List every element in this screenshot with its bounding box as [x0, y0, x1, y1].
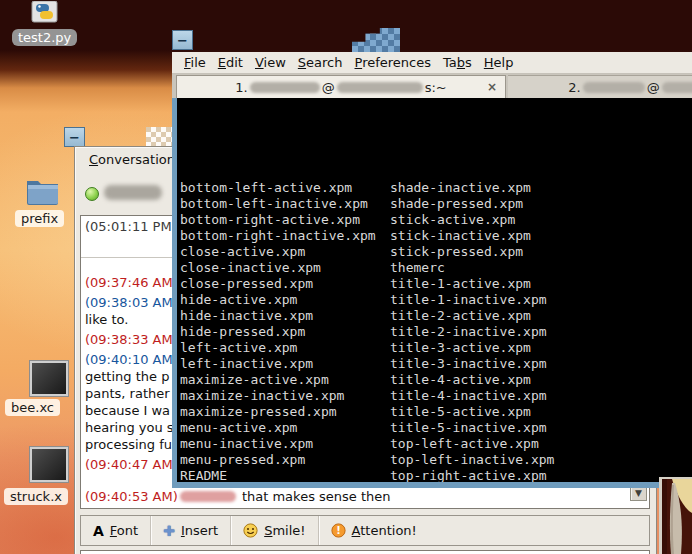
file-name: bottom-right-inactive.xpm: [180, 228, 390, 244]
censored-window-title: [352, 28, 400, 53]
file-name: title-1-inactive.xpm: [390, 292, 547, 307]
window-menu-button[interactable]: −: [172, 30, 193, 50]
file-name: left-active.xpm: [180, 340, 390, 356]
desktop: test2.py prefix bee.xc struck.x − Conver…: [0, 0, 692, 554]
smile-button-label: Smile!: [264, 523, 305, 538]
image-window[interactable]: [659, 477, 692, 554]
file-name: title-2-inactive.xpm: [390, 324, 547, 339]
file-name: left-inactive.xpm: [180, 356, 390, 372]
insert-button-label: Insert: [181, 523, 218, 538]
tab-close-icon[interactable]: ×: [484, 79, 500, 95]
file-name: title-2-active.xpm: [390, 308, 531, 323]
censored-host: [662, 82, 692, 93]
file-name: title-5-inactive.xpm: [390, 420, 547, 435]
file-name: top-right-active.xpm: [390, 468, 547, 482]
comic-image: [662, 479, 692, 554]
tab-label: s:~: [425, 80, 447, 95]
censored-user: [250, 82, 320, 93]
file-name: shade-inactive.xpm: [390, 180, 531, 195]
image-thumbnail-icon[interactable]: [30, 361, 68, 396]
menu-item[interactable]: Conversation: [82, 150, 182, 169]
file-name: title-1-active.xpm: [390, 276, 531, 291]
file-name: title-4-inactive.xpm: [390, 388, 547, 403]
terminal-screen[interactable]: bottom-left-active.xpmshade-inactive.xpm…: [177, 98, 692, 482]
file-name: stick-pressed.xpm: [390, 244, 523, 259]
chat-message-text: that makes sense then: [242, 489, 391, 504]
file-name: README: [180, 468, 390, 482]
font-icon: A: [93, 523, 104, 539]
menu-item[interactable]: Edit: [212, 53, 249, 72]
chat-timestamp: (09:40:53 AM): [85, 489, 178, 504]
menu-item[interactable]: Preferences: [349, 53, 437, 72]
font-button-label: Font: [110, 523, 138, 538]
file-name: bottom-left-active.xpm: [180, 180, 390, 196]
file-name: shade-pressed.xpm: [390, 196, 523, 211]
file-name: stick-inactive.xpm: [390, 228, 531, 243]
tab-label: 2.: [568, 80, 580, 95]
menu-item[interactable]: Tabs: [437, 53, 478, 72]
menu-item[interactable]: Help: [478, 53, 520, 72]
chat-line: (09:40:53 AM) that makes sense then: [85, 488, 649, 505]
attention-button[interactable]: ! Attention!: [319, 516, 429, 545]
compose-toolbar: A Font ✚ Insert Smile! ! Att: [80, 515, 650, 546]
file-name: maximize-inactive.xpm: [180, 388, 390, 404]
insert-button[interactable]: ✚ Insert: [151, 516, 231, 545]
file-name: hide-pressed.xpm: [180, 324, 390, 340]
censored-sender-name: [180, 491, 236, 502]
file-name: menu-inactive.xpm: [180, 436, 390, 452]
file-name: maximize-pressed.xpm: [180, 404, 390, 420]
svg-text:!: !: [336, 525, 341, 536]
file-name: close-active.xpm: [180, 244, 390, 260]
smile-button[interactable]: Smile!: [231, 516, 318, 545]
menu-item[interactable]: View: [249, 53, 292, 72]
message-input[interactable]: [80, 550, 650, 554]
buddy-status-icon: [85, 187, 99, 201]
image-thumbnail-icon[interactable]: [30, 447, 68, 482]
censored-host: [337, 82, 423, 93]
file-name: maximize-active.xpm: [180, 372, 390, 388]
desktop-icon-label-struck[interactable]: struck.x: [4, 488, 68, 505]
file-name: close-pressed.xpm: [180, 276, 390, 292]
file-name: top-left-inactive.xpm: [390, 452, 554, 467]
folder-icon[interactable]: [25, 175, 60, 206]
tab-label: @: [647, 80, 660, 95]
file-name: menu-active.xpm: [180, 420, 390, 436]
terminal-window: FileEditViewSearchPreferencesTabsHelp 1.…: [172, 52, 692, 488]
menu-item[interactable]: Search: [292, 53, 349, 72]
desktop-icon-label-bee[interactable]: bee.xc: [5, 399, 60, 416]
file-name: top-left-active.xpm: [390, 436, 539, 451]
file-name: stick-active.xpm: [390, 212, 515, 227]
terminal-tab-2[interactable]: 2. @: [508, 75, 692, 98]
file-name: hide-active.xpm: [180, 292, 390, 308]
file-name: bottom-left-inactive.xpm: [180, 196, 390, 212]
tab-label: 1.: [235, 80, 247, 95]
window-menu-button[interactable]: −: [64, 127, 85, 147]
font-button[interactable]: A Font: [81, 516, 151, 545]
file-name: hide-inactive.xpm: [180, 308, 390, 324]
censored-buddy-name[interactable]: [104, 185, 162, 200]
insert-icon: ✚: [163, 523, 175, 539]
terminal-menubar: FileEditViewSearchPreferencesTabsHelp: [172, 52, 692, 74]
file-listing: bottom-left-active.xpmshade-inactive.xpm…: [180, 132, 692, 482]
attention-icon: !: [331, 523, 346, 538]
file-name: themerc: [390, 260, 445, 275]
censored-user: [583, 82, 645, 93]
desktop-icon-label-test2[interactable]: test2.py: [12, 29, 77, 46]
desktop-icon-label-prefix[interactable]: prefix: [15, 210, 64, 227]
attention-button-label: Attention!: [352, 523, 417, 538]
terminal-tab-1[interactable]: 1. @ s:~ ×: [176, 75, 506, 98]
window-border[interactable]: [172, 482, 692, 488]
python-file-icon[interactable]: [31, 1, 58, 23]
file-name: title-4-active.xpm: [390, 372, 531, 387]
file-name: close-inactive.xpm: [180, 260, 390, 276]
file-name: title-3-active.xpm: [390, 340, 531, 355]
menu-item[interactable]: File: [178, 53, 212, 72]
smiley-icon: [243, 523, 258, 538]
file-name: title-5-active.xpm: [390, 404, 531, 419]
window-border[interactable]: [172, 98, 177, 488]
file-name: menu-pressed.xpm: [180, 452, 390, 468]
tab-label: @: [322, 80, 335, 95]
terminal-tabbar: 1. @ s:~ × 2. @: [172, 74, 692, 98]
file-name: title-3-inactive.xpm: [390, 356, 547, 371]
file-name: bottom-right-active.xpm: [180, 212, 390, 228]
